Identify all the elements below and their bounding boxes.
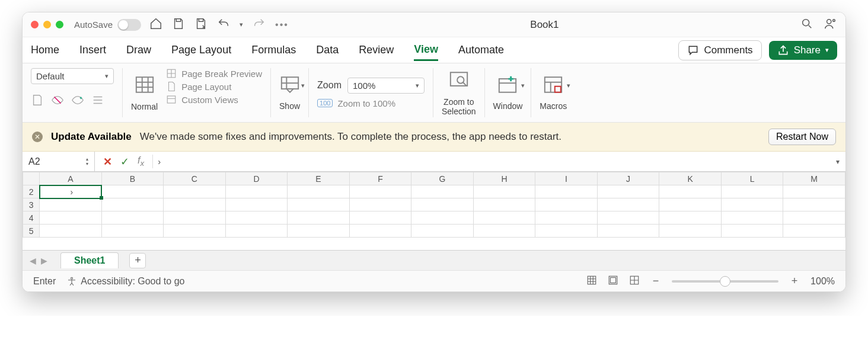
tab-draw[interactable]: Draw xyxy=(126,40,151,60)
cell[interactable] xyxy=(597,225,659,238)
cell[interactable] xyxy=(473,185,535,198)
tab-formulas[interactable]: Formulas xyxy=(251,40,296,60)
view-page-break-icon[interactable] xyxy=(629,275,640,288)
cell[interactable] xyxy=(783,185,845,198)
col-header-e[interactable]: E xyxy=(288,172,350,185)
zoom-percent[interactable]: 100% xyxy=(810,276,835,287)
cell[interactable] xyxy=(721,185,783,198)
sheet-nav-next[interactable]: ▶ xyxy=(41,256,47,265)
cell[interactable] xyxy=(101,225,164,238)
cell[interactable] xyxy=(288,225,350,238)
keep-view-icon[interactable] xyxy=(31,94,44,109)
cell[interactable] xyxy=(225,198,288,211)
macros-menu[interactable]: ▾ Macros xyxy=(540,68,567,117)
formula-input[interactable]: › xyxy=(152,155,830,168)
cell[interactable] xyxy=(349,225,411,238)
save-as-icon[interactable] xyxy=(194,17,208,33)
col-header-l[interactable]: L xyxy=(721,172,783,185)
home-icon[interactable] xyxy=(149,17,162,33)
formula-expand-icon[interactable]: ▾ xyxy=(830,158,845,166)
cell[interactable] xyxy=(535,198,598,211)
close-window-button[interactable] xyxy=(31,21,39,28)
cell[interactable] xyxy=(288,185,350,198)
cell[interactable] xyxy=(721,198,783,211)
col-header-d[interactable]: D xyxy=(225,172,288,185)
zoom-slider[interactable] xyxy=(672,280,778,283)
page-break-preview-button[interactable]: Page Break Preview xyxy=(166,68,262,79)
cell[interactable] xyxy=(101,211,164,225)
search-icon[interactable] xyxy=(800,17,813,33)
cell[interactable] xyxy=(473,211,535,225)
cell[interactable] xyxy=(659,225,722,238)
cell[interactable] xyxy=(659,211,722,225)
custom-views-button[interactable]: Custom Views xyxy=(166,94,238,105)
col-header-j[interactable]: J xyxy=(597,172,659,185)
cell[interactable] xyxy=(288,211,350,225)
cell[interactable] xyxy=(659,198,722,211)
cell[interactable] xyxy=(101,198,164,211)
undo-icon[interactable] xyxy=(217,17,230,33)
spreadsheet-grid[interactable]: A B C D E F G H I J K L M 2 › 3 xyxy=(23,172,845,250)
autosave-toggle[interactable] xyxy=(117,19,141,31)
col-header-i[interactable]: I xyxy=(535,172,598,185)
cell[interactable] xyxy=(349,198,411,211)
coauthor-icon[interactable] xyxy=(824,17,837,33)
cell[interactable] xyxy=(164,225,226,238)
normal-view-button[interactable]: Normal xyxy=(131,68,158,117)
cell[interactable] xyxy=(164,185,226,198)
cell-a2[interactable]: › xyxy=(40,185,102,198)
row-header-2[interactable]: 2 xyxy=(23,185,40,198)
cell[interactable] xyxy=(40,225,102,238)
tab-insert[interactable]: Insert xyxy=(79,40,106,60)
tab-data[interactable]: Data xyxy=(316,40,339,60)
zoom-to-selection-button[interactable]: Zoom toSelection xyxy=(442,68,476,117)
cell[interactable] xyxy=(411,211,474,225)
cell[interactable] xyxy=(349,211,411,225)
cell[interactable] xyxy=(101,185,164,198)
tab-automate[interactable]: Automate xyxy=(458,40,504,60)
cell[interactable] xyxy=(783,211,845,225)
cell[interactable] xyxy=(473,198,535,211)
cell[interactable] xyxy=(164,211,226,225)
col-header-k[interactable]: K xyxy=(659,172,722,185)
more-icon[interactable]: ••• xyxy=(275,20,289,30)
tab-page-layout[interactable]: Page Layout xyxy=(171,40,231,60)
cell[interactable] xyxy=(473,225,535,238)
cell[interactable] xyxy=(535,185,598,198)
col-header-h[interactable]: H xyxy=(473,172,535,185)
cell[interactable] xyxy=(411,185,474,198)
col-header-f[interactable]: F xyxy=(349,172,411,185)
cell[interactable] xyxy=(721,225,783,238)
cell[interactable] xyxy=(40,211,102,225)
close-banner-button[interactable]: ✕ xyxy=(32,132,43,142)
col-header-g[interactable]: G xyxy=(411,172,474,185)
cell[interactable] xyxy=(225,185,288,198)
accessibility-status[interactable]: Accessibility: Good to go xyxy=(66,276,184,287)
cell[interactable] xyxy=(288,198,350,211)
zoom-100-button[interactable]: 100 Zoom to 100% xyxy=(317,98,395,108)
row-header-3[interactable]: 3 xyxy=(23,198,40,211)
name-box[interactable]: A2 ▴▾ xyxy=(23,152,95,171)
show-menu[interactable]: ▾ Show xyxy=(279,68,300,117)
window-menu[interactable]: ▾ Window xyxy=(493,68,523,117)
restart-now-button[interactable]: Restart Now xyxy=(768,129,836,145)
share-button[interactable]: Share ▾ xyxy=(769,41,837,60)
save-icon[interactable] xyxy=(172,17,185,33)
row-header-5[interactable]: 5 xyxy=(23,225,40,238)
sheet-nav-prev[interactable]: ◀ xyxy=(30,256,36,265)
col-header-c[interactable]: C xyxy=(164,172,226,185)
cell[interactable] xyxy=(411,198,474,211)
cell[interactable] xyxy=(597,198,659,211)
cell[interactable] xyxy=(411,225,474,238)
zoom-out-button[interactable]: − xyxy=(650,275,661,287)
add-sheet-button[interactable]: + xyxy=(129,253,146,268)
cell[interactable] xyxy=(721,211,783,225)
comments-button[interactable]: Comments xyxy=(678,40,761,60)
redo-icon[interactable] xyxy=(253,17,266,33)
zoom-window-button[interactable] xyxy=(56,21,63,28)
sheet-view-select[interactable]: Default▾ xyxy=(31,68,114,84)
cell[interactable] xyxy=(40,198,102,211)
cell[interactable] xyxy=(783,225,845,238)
cell[interactable] xyxy=(349,185,411,198)
name-box-stepper[interactable]: ▴▾ xyxy=(86,157,88,166)
